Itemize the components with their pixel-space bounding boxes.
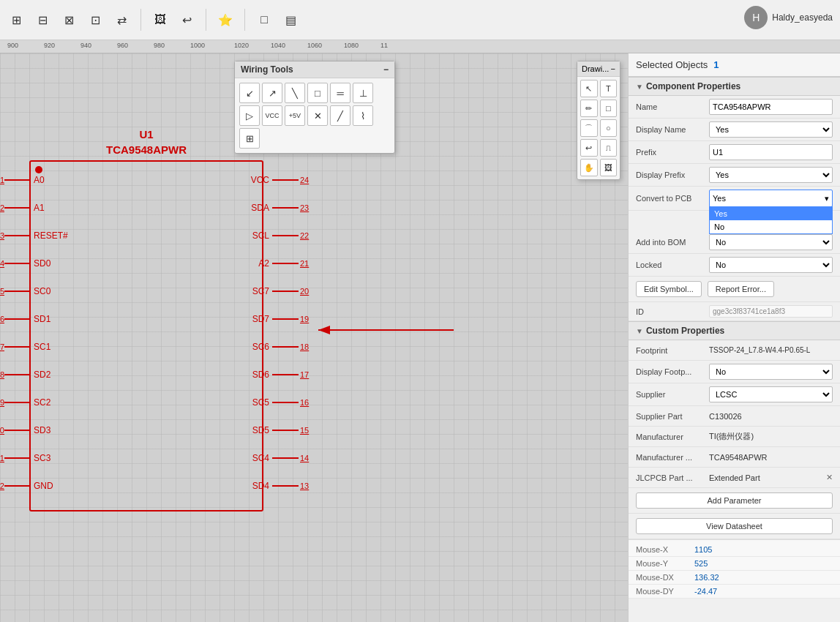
component-box[interactable]: 1 A0 2 A1 3 RESET#	[29, 160, 263, 512]
toolbar-icon-4[interactable]: ⊡	[85, 10, 105, 30]
ruler-tick: 11	[380, 42, 388, 49]
dp-pan[interactable]: ✋	[580, 159, 598, 176]
pin-16: SC5 16	[252, 397, 313, 408]
wt-junction[interactable]: ⊥	[353, 83, 373, 103]
wt-hline[interactable]: ═	[330, 83, 350, 103]
prop-row-display-prefix: Display Prefix YesNo	[629, 164, 840, 187]
prop-value-supplier-part: C130026	[709, 412, 833, 421]
prop-label-jlcpcb: JLCPCB Part ...	[636, 473, 709, 482]
prop-value-jlcpcb: Extended Part	[709, 473, 823, 482]
toolbar-icon-2[interactable]: ⊟	[32, 10, 53, 30]
prop-select-supplier[interactable]: LCSC	[709, 386, 833, 402]
edit-symbol-button[interactable]: Edit Symbol...	[636, 281, 702, 297]
drawing-panel-minimize[interactable]: −	[611, 64, 615, 73]
selected-objects-label: Selected Objects	[636, 59, 708, 70]
toolbar-sep-2	[206, 9, 206, 31]
prop-select-display-prefix[interactable]: YesNo	[709, 167, 833, 183]
toolbar-icon-3[interactable]: ⊠	[59, 10, 79, 30]
mouse-dx-value: 136.32	[694, 573, 719, 582]
mouse-dy-label: Mouse-DY	[636, 587, 694, 596]
drawing-panel: Drawi... − ↖ T ✏ □ ⌒ ○ ↩ ⎍	[577, 61, 620, 180]
convert-pcb-no[interactable]: No	[710, 220, 832, 233]
prop-value-footprint: TSSOP-24_L7.8-W4.4-P0.65-L	[709, 346, 833, 354]
prop-row-jlcpcb: JLCPCB Part ... Extended Part ✕	[629, 468, 840, 488]
dp-shape[interactable]: ⎍	[600, 139, 618, 157]
wt-wire[interactable]: ↙	[239, 83, 260, 103]
ruler-tick: 1040	[271, 42, 285, 49]
toolbar-icon-5[interactable]: ⇄	[111, 10, 132, 30]
toolbar-icon-10[interactable]: ▤	[280, 10, 301, 30]
prop-select-add-bom[interactable]: NoYes	[709, 234, 833, 250]
convert-pcb-dropdown[interactable]: Yes ▾ Yes No	[709, 190, 833, 207]
ruler-tick: 940	[80, 42, 91, 49]
convert-pcb-selected[interactable]: Yes ▾	[710, 190, 832, 206]
id-label: ID	[636, 307, 709, 316]
mouse-y-value: 525	[694, 559, 708, 568]
dp-text[interactable]: T	[600, 80, 618, 97]
pin-17: SD6 17	[252, 370, 313, 380]
toolbar-icon-7[interactable]: ↩	[176, 10, 197, 30]
toolbar-icon-9[interactable]: □	[254, 10, 274, 30]
prop-select-display-footprint[interactable]: NoYes	[709, 364, 833, 380]
prop-select-display-name[interactable]: YesNo	[709, 121, 833, 138]
dp-image[interactable]: 🖼	[600, 159, 618, 176]
dp-rect[interactable]: □	[600, 100, 618, 117]
jlcpcb-close-icon[interactable]: ✕	[826, 473, 833, 482]
wt-cross[interactable]: ✕	[307, 105, 328, 126]
pin-14: SC4 14	[252, 453, 313, 463]
selected-objects-bar: Selected Objects 1	[629, 53, 840, 77]
ruler-tick: 980	[154, 42, 165, 49]
add-parameter-row: Add Parameter	[629, 488, 840, 514]
user-area: H Haldy_easyeda	[744, 6, 833, 29]
prop-input-prefix[interactable]	[709, 144, 833, 160]
toolbar-sep-1	[140, 9, 141, 31]
wiring-tools-header[interactable]: Wiring Tools −	[235, 61, 394, 78]
wt-arrow[interactable]: ▷	[239, 105, 260, 126]
right-panel: Selected Objects 1 ▼ Component Propertie…	[628, 53, 840, 622]
wiring-tools-title: Wiring Tools	[241, 64, 293, 75]
drawing-panel-body: ↖ T ✏ □ ⌒ ○ ↩ ⎍ ✋ 🖼	[577, 77, 620, 179]
dp-arc[interactable]: ⌒	[580, 119, 598, 137]
prop-row-prefix: Prefix	[629, 141, 840, 164]
dp-ellipse[interactable]: ○	[600, 119, 618, 137]
view-datasheet-row: View Datasheet	[629, 514, 840, 539]
dp-cursor[interactable]: ↖	[580, 80, 598, 97]
component-title: U1 TCA9548APWR	[29, 127, 263, 157]
convert-pcb-yes[interactable]: Yes	[710, 207, 832, 220]
prop-row-supplier: Supplier LCSC	[629, 383, 840, 406]
pin-20: SC7 20	[252, 286, 313, 296]
canvas-area[interactable]: Wiring Tools − ↙ ↗ ╲ □ ═ ⊥ ▷ VCC +5V ✕ ╱…	[0, 53, 628, 622]
toolbar-icon-6[interactable]: 🖼	[150, 10, 170, 30]
wt-bus[interactable]: ↗	[262, 83, 282, 103]
wiring-tools-minimize[interactable]: −	[383, 64, 389, 75]
prop-label-manufacturer: Manufacturer	[636, 432, 709, 441]
wt-vcc[interactable]: VCC	[262, 105, 282, 126]
wt-netlabel[interactable]: ⌇	[353, 105, 373, 126]
mouse-coords-section: Mouse-X 1105 Mouse-Y 525 Mouse-DX 136.32…	[629, 539, 840, 599]
dp-pencil[interactable]: ✏	[580, 100, 598, 117]
report-error-button[interactable]: Report Error...	[708, 281, 774, 297]
dp-undo[interactable]: ↩	[580, 139, 598, 157]
ruler-tick: 1080	[344, 42, 359, 49]
ruler-tick: 1000	[190, 42, 205, 49]
wt-v5[interactable]: +5V	[285, 105, 305, 126]
add-parameter-button[interactable]: Add Parameter	[636, 492, 833, 509]
component-part: TCA9548APWR	[29, 142, 263, 157]
toolbar-icon-8[interactable]: ⭐	[215, 10, 236, 30]
wt-rect[interactable]: □	[307, 83, 328, 103]
prop-select-locked[interactable]: NoYes	[709, 257, 833, 273]
prop-row-display-footprint: Display Footp... NoYes	[629, 361, 840, 383]
wt-diag[interactable]: ╱	[330, 105, 350, 126]
prop-label-supplier: Supplier	[636, 390, 709, 399]
view-datasheet-button[interactable]: View Datasheet	[636, 518, 833, 534]
prop-label-locked: Locked	[636, 261, 709, 269]
drawing-panel-header[interactable]: Drawi... −	[577, 61, 620, 77]
collapse-arrow-custom-icon: ▼	[636, 327, 643, 335]
mouse-dy-value: -24.47	[694, 587, 717, 596]
prop-row-locked: Locked NoYes	[629, 254, 840, 277]
toolbar-icon-1[interactable]: ⊞	[6, 10, 26, 30]
wt-line[interactable]: ╲	[285, 83, 305, 103]
pin-22: SCL 22	[252, 231, 313, 241]
mouse-x-value: 1105	[694, 545, 712, 554]
prop-input-name[interactable]	[709, 99, 833, 115]
